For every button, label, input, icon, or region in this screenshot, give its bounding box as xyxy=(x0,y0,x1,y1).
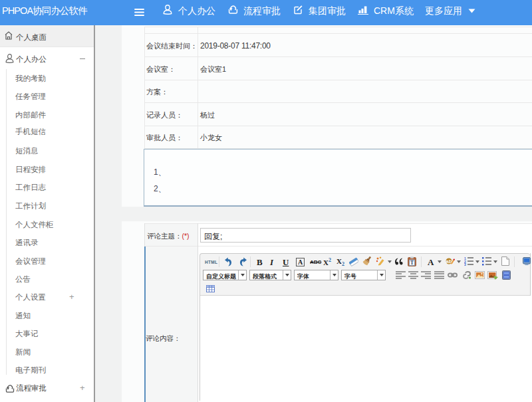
svg-text:T: T xyxy=(410,260,414,266)
svg-text:3: 3 xyxy=(464,262,466,266)
